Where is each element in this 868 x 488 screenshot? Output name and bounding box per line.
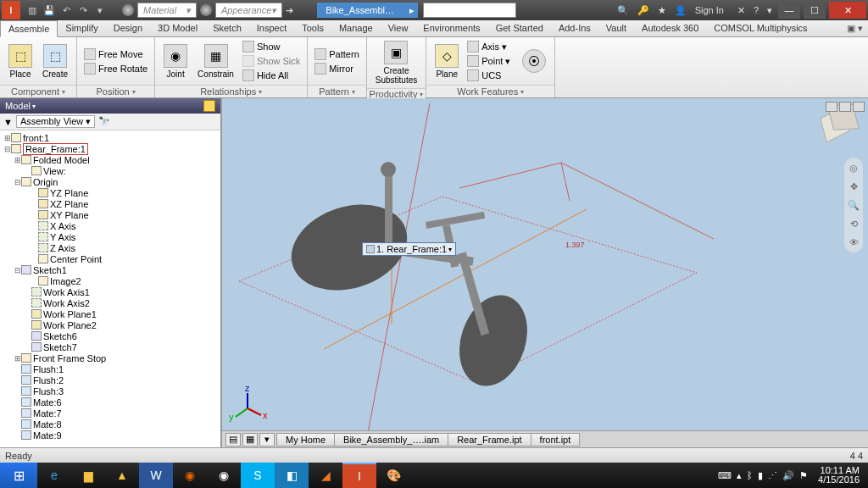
tree-item[interactable]: X Axis	[0, 220, 220, 231]
qat-more-icon[interactable]: ➔	[286, 5, 293, 16]
show-button[interactable]: Show	[241, 40, 302, 53]
qat-open-icon[interactable]: ▥	[25, 3, 39, 17]
tree-item[interactable]: ⊞Front Frame Stop	[0, 352, 220, 363]
tree-item[interactable]: ⊟Sketch1	[0, 264, 220, 275]
constrain-button[interactable]: ▦Constrain	[194, 42, 237, 80]
minimize-button[interactable]: —	[778, 2, 800, 19]
tree-item[interactable]: Flush:2	[0, 374, 220, 385]
taskbar-matlab-icon[interactable]: ◢	[309, 463, 342, 488]
tab-addins[interactable]: Add-Ins	[551, 20, 598, 36]
tree-item[interactable]: Sketch7	[0, 341, 220, 352]
material-dropdown[interactable]: Material▾	[137, 3, 197, 18]
tree-item[interactable]: Work Axis1	[0, 286, 220, 297]
tree-item[interactable]: Image2	[0, 275, 220, 286]
viewport-selection-label[interactable]: 1. Rear_Frame:1 ▾	[362, 242, 456, 256]
appearance-dropdown[interactable]: Appearance▾	[215, 3, 282, 18]
tree-item[interactable]: XY Plane	[0, 209, 220, 220]
tray-battery-icon[interactable]: ▮	[758, 470, 763, 481]
tree-item[interactable]: Work Plane2	[0, 319, 220, 330]
panel-pattern-title[interactable]: Pattern	[308, 85, 365, 97]
tray-bluetooth-icon[interactable]: ᛒ	[747, 470, 753, 480]
taskbar-paint-icon[interactable]: 🎨	[376, 463, 410, 488]
tree-item[interactable]: ⊟Origin	[0, 176, 220, 187]
pattern-button[interactable]: Pattern	[313, 47, 360, 61]
qat-redo-icon[interactable]: ↷	[76, 3, 90, 17]
taskbar-clock[interactable]: 10:11 AM 4/15/2016	[813, 466, 865, 485]
tree-item[interactable]: Work Plane1	[0, 308, 220, 319]
tree-item[interactable]: Mate:8	[0, 419, 220, 430]
tree-item[interactable]: Flush:3	[0, 385, 220, 396]
binoculars-icon[interactable]: 🔭	[98, 116, 110, 127]
create-button[interactable]: ⬚Create	[39, 42, 71, 80]
key-icon[interactable]: 🔑	[635, 5, 652, 16]
close-button[interactable]: ✕	[829, 2, 866, 19]
search-icon[interactable]: 🔍	[615, 5, 632, 16]
vp-max-icon[interactable]	[839, 102, 851, 112]
tray-sound-icon[interactable]: 🔊	[782, 470, 794, 481]
filter-icon[interactable]: ▼	[3, 117, 13, 127]
taskbar-drive-icon[interactable]: ▲	[105, 463, 139, 488]
doc-tab-rearframe[interactable]: Rear_Frame.ipt	[448, 433, 531, 446]
start-button[interactable]: ⊞	[0, 463, 37, 488]
tree-item[interactable]: Work Axis2	[0, 297, 220, 308]
qat-undo-icon[interactable]: ↶	[59, 3, 73, 17]
assembly-view-dropdown[interactable]: Assembly View ▾	[16, 115, 95, 128]
vp-min-icon[interactable]	[826, 102, 837, 112]
free-move-button[interactable]: Free Move	[82, 47, 149, 61]
tree-item[interactable]: Center Point	[0, 253, 220, 264]
close-secondary-icon[interactable]: ✕	[735, 5, 748, 16]
doc-tab-grid-icon[interactable]: ▦	[242, 433, 258, 446]
taskbar-explorer-icon[interactable]: ▆	[71, 463, 105, 488]
mirror-button[interactable]: Mirror	[313, 62, 360, 75]
tree-item[interactable]: ⊞front:1	[0, 132, 220, 143]
nav-zoom-icon[interactable]: 🔍	[847, 198, 860, 212]
taskbar-skype-icon[interactable]: S	[241, 463, 275, 488]
panel-component-title[interactable]: Component	[0, 85, 76, 97]
search-input[interactable]	[423, 3, 516, 18]
work-features-more-button[interactable]: ⦿	[519, 47, 549, 75]
taskbar-firefox-icon[interactable]: ◉	[173, 463, 207, 488]
tree-item[interactable]: Mate:7	[0, 408, 220, 419]
tree-item[interactable]: Flush:1	[0, 363, 220, 374]
tray-wifi-icon[interactable]: ⋰	[768, 470, 777, 481]
taskbar-word-icon[interactable]: W	[139, 463, 173, 488]
app-icon[interactable]: I	[2, 1, 20, 19]
nav-look-icon[interactable]: 👁	[847, 236, 860, 249]
show-sick-button[interactable]: Show Sick	[241, 54, 302, 68]
tab-inspect[interactable]: Inspect	[249, 20, 294, 36]
ucs-button[interactable]: UCS	[465, 69, 512, 82]
tree-item[interactable]: Mate:9	[0, 430, 220, 441]
tray-keyboard-icon[interactable]: ⌨	[718, 470, 732, 481]
taskbar-chrome-icon[interactable]: ◉	[207, 463, 241, 488]
tab-getstarted[interactable]: Get Started	[488, 20, 551, 36]
tray-up-icon[interactable]: ▴	[737, 470, 742, 481]
doc-tab-home[interactable]: My Home	[276, 433, 335, 446]
vp-close-icon[interactable]	[853, 102, 865, 112]
tab-design[interactable]: Design	[106, 20, 150, 36]
tree-item[interactable]: Z Axis	[0, 242, 220, 253]
panel-relationships-title[interactable]: Relationships	[155, 85, 307, 97]
tab-simplify[interactable]: Simplify	[58, 20, 106, 36]
plane-button[interactable]: ◇Plane	[431, 42, 462, 80]
tree-item-selected[interactable]: ⊟Rear_Frame:1	[0, 143, 220, 154]
tree-item[interactable]: Y Axis	[0, 231, 220, 242]
tab-sketch[interactable]: Sketch	[205, 20, 249, 36]
qat-save-icon[interactable]: 💾	[42, 3, 56, 17]
tab-assemble[interactable]: Assemble	[0, 20, 58, 37]
taskbar-inventor-icon[interactable]: I	[342, 463, 376, 488]
doc-tab-list-icon[interactable]: ▤	[225, 433, 241, 446]
doc-tab-assembly[interactable]: Bike_Assembly_….iam	[334, 433, 448, 446]
nav-pan-icon[interactable]: ✥	[847, 180, 860, 193]
tab-vault[interactable]: Vault	[598, 20, 634, 36]
model-browser-header[interactable]: Model▾	[0, 98, 220, 114]
nav-orbit-icon[interactable]: ⟲	[847, 217, 860, 230]
nav-wheel-icon[interactable]: ◎	[847, 161, 860, 175]
create-substitutes-button[interactable]: ▣Create Substitutes	[372, 39, 420, 86]
hide-all-button[interactable]: Hide All	[241, 69, 302, 82]
taskbar-app1-icon[interactable]: ◧	[275, 463, 309, 488]
tab-manage[interactable]: Manage	[331, 20, 381, 36]
place-button[interactable]: ⬚Place	[5, 42, 36, 80]
document-title-tab[interactable]: Bike_Assembl…▸	[317, 3, 418, 18]
pin-icon[interactable]	[203, 100, 215, 112]
sign-in-link[interactable]: Sign In	[693, 5, 726, 15]
